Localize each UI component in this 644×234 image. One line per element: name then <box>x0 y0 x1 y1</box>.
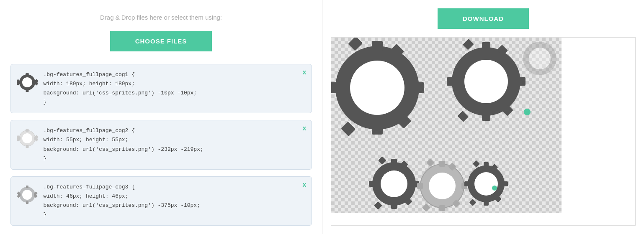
close-cog3-button[interactable]: x <box>303 181 307 188</box>
download-button[interactable]: DOWNLOAD <box>438 8 529 29</box>
cog1-icon <box>17 72 38 93</box>
svg-point-71 <box>474 172 498 196</box>
svg-rect-3 <box>26 89 28 92</box>
svg-rect-37 <box>348 38 363 51</box>
svg-rect-47 <box>463 39 474 50</box>
svg-rect-43 <box>482 113 490 121</box>
sprite-code-cog2: .bg-features_fullpage_cog2 { width: 55px… <box>44 126 305 163</box>
svg-rect-57 <box>378 156 386 165</box>
svg-rect-35 <box>331 82 340 93</box>
svg-rect-63 <box>439 205 445 211</box>
drop-instruction: Drag & Drop files here or select them us… <box>100 13 222 23</box>
sprite-code-cog3: .bg-features_fullpage_cog3 { width: 46px… <box>44 183 305 219</box>
svg-rect-52 <box>391 159 397 165</box>
svg-rect-59 <box>374 201 382 210</box>
right-panel: DOWNLOAD <box>322 0 644 234</box>
gear3-svg <box>17 184 38 205</box>
svg-rect-77 <box>473 160 480 168</box>
svg-rect-49 <box>457 111 469 122</box>
choose-files-button[interactable]: CHOOSE FILES <box>110 31 212 51</box>
sprite-card-cog3: .bg-features_fullpage_cog3 { width: 46px… <box>10 176 312 226</box>
svg-rect-39 <box>341 122 355 136</box>
svg-rect-42 <box>482 42 490 50</box>
svg-rect-22 <box>26 186 28 188</box>
svg-rect-45 <box>447 77 454 86</box>
svg-rect-32 <box>372 41 383 51</box>
cog2-icon <box>17 128 38 149</box>
svg-point-61 <box>429 173 456 199</box>
sprite-code-cog1: .bg-features_fullpage_cog1 { width: 189p… <box>44 70 305 107</box>
svg-rect-72 <box>484 162 489 167</box>
svg-point-80 <box>492 186 497 191</box>
gear1-svg <box>17 72 38 93</box>
svg-rect-44 <box>518 77 526 86</box>
svg-rect-2 <box>26 73 28 76</box>
svg-rect-53 <box>391 203 397 209</box>
svg-rect-74 <box>503 181 508 186</box>
svg-point-31 <box>350 61 404 115</box>
close-cog1-button[interactable]: x <box>303 69 307 76</box>
svg-point-51 <box>381 170 407 197</box>
svg-rect-23 <box>26 201 28 204</box>
preview-container[interactable] <box>331 37 636 226</box>
svg-point-21 <box>22 190 32 200</box>
svg-rect-13 <box>26 145 28 148</box>
svg-rect-79 <box>469 199 477 206</box>
svg-rect-33 <box>372 125 383 135</box>
gear2-svg <box>17 128 38 149</box>
sprite-card-cog1: .bg-features_fullpage_cog1 { width: 189p… <box>10 64 312 113</box>
left-panel: Drag & Drop files here or select them us… <box>0 0 322 234</box>
svg-rect-73 <box>484 201 489 206</box>
svg-point-1 <box>22 77 32 87</box>
sprite-sheet-svg <box>331 38 562 213</box>
svg-rect-55 <box>369 181 375 187</box>
svg-rect-65 <box>417 183 423 189</box>
svg-point-81 <box>524 109 531 115</box>
svg-point-83 <box>529 48 551 69</box>
close-cog2-button[interactable]: x <box>303 125 307 132</box>
svg-rect-62 <box>439 161 445 167</box>
svg-rect-67 <box>426 158 435 167</box>
svg-rect-34 <box>414 82 424 93</box>
cog3-icon <box>17 184 38 205</box>
svg-rect-12 <box>26 129 28 132</box>
svg-point-11 <box>22 133 32 143</box>
sprite-card-cog2: .bg-features_fullpage_cog2 { width: 55px… <box>10 120 312 169</box>
svg-rect-75 <box>464 181 469 186</box>
sprite-preview <box>331 38 562 213</box>
svg-rect-69 <box>422 203 430 212</box>
svg-point-41 <box>464 60 508 103</box>
